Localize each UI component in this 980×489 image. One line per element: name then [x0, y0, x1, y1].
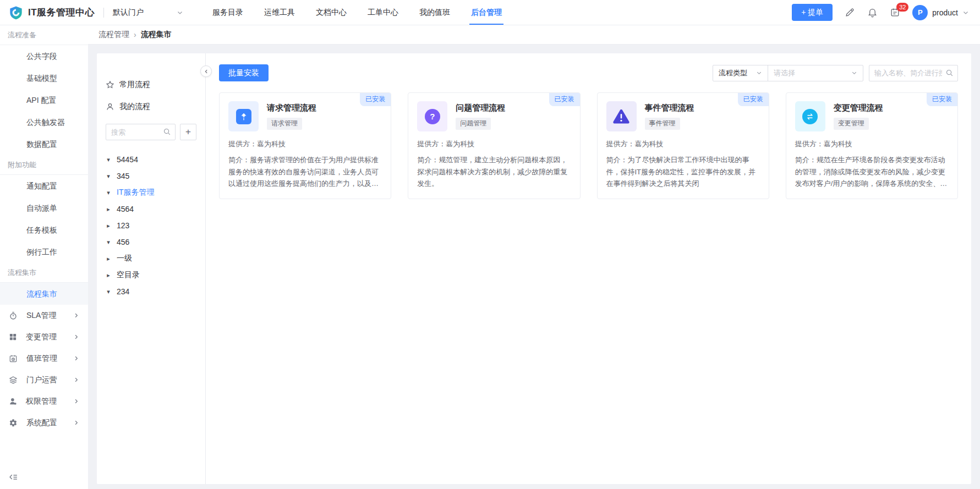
add-directory-button[interactable]: +	[180, 124, 196, 140]
process-market-panel: 常用流程 我的流程 + ▾54454	[97, 53, 971, 484]
sidebar-item-routine-work[interactable]: 例行工作	[0, 241, 88, 263]
edit-pencil-icon[interactable]	[845, 7, 855, 18]
tree-node-345[interactable]: ▾345	[106, 168, 196, 184]
sidebar-collapse-button[interactable]	[0, 466, 88, 489]
process-search-input[interactable]	[869, 65, 958, 81]
chevron-right-icon	[73, 312, 79, 318]
sidebar-item-public-fields[interactable]: 公共字段	[0, 45, 88, 67]
card-icon-container: ?	[417, 101, 447, 131]
sla-gauge-icon	[9, 311, 18, 320]
notification-count-badge: 32	[896, 3, 908, 12]
chevron-down-icon	[851, 70, 857, 76]
common-processes-link[interactable]: 常用流程	[106, 80, 196, 90]
upload-arrow-icon	[236, 109, 251, 124]
grid-icon	[9, 333, 17, 341]
installed-badge: 已安装	[927, 93, 957, 106]
bell-icon[interactable]	[867, 7, 878, 18]
tree-node-empty-dir[interactable]: ▸空目录	[106, 267, 196, 283]
my-processes-link[interactable]: 我的流程	[106, 102, 196, 112]
user-menu[interactable]: P product	[912, 5, 969, 20]
tree-pane: 常用流程 我的流程 + ▾54454	[97, 53, 206, 484]
process-type-filter[interactable]: 流程类型 请选择	[713, 65, 863, 81]
module-label: 值班管理	[26, 354, 64, 364]
card-problem-management[interactable]: 已安装 ? 问题管理流程 问题管理 提供方：嘉为科技	[408, 92, 580, 199]
collapse-sidebar-icon	[9, 473, 18, 481]
nav-item-doc-center[interactable]: 文档中心	[305, 0, 357, 25]
calendar-clock-icon	[9, 354, 18, 363]
sidebar-module-change[interactable]: 变更管理	[0, 326, 88, 348]
tree-node-it-service-management[interactable]: ▾IT服务管理	[106, 184, 196, 201]
batch-install-button[interactable]: 批量安装	[219, 64, 269, 81]
sidebar-item-data-config[interactable]: 数据配置	[0, 133, 88, 155]
directory-tree: ▾54454 ▾345 ▾IT服务管理 ▸4564 ▸123 ▾456 ▸一级 …	[106, 151, 196, 300]
sidebar-item-api-config[interactable]: API 配置	[0, 89, 88, 111]
nav-item-admin[interactable]: 后台管理	[461, 0, 512, 25]
module-label: 权限管理	[26, 397, 64, 406]
portal-select[interactable]: 默认门户	[113, 8, 183, 18]
caret-down-icon[interactable]: ▾	[106, 239, 111, 246]
card-request-management[interactable]: 已安装 请求管理流程 请求管理	[219, 92, 391, 199]
card-incident-management[interactable]: 已安装 事件管理流程 事件管理	[597, 92, 769, 199]
sidebar-item-base-model[interactable]: 基础模型	[0, 67, 88, 89]
card-tag: 变更管理	[834, 118, 869, 130]
process-search	[869, 65, 958, 81]
swap-arrows-icon	[802, 109, 818, 124]
caret-right-icon[interactable]: ▸	[106, 206, 111, 213]
caret-right-icon[interactable]: ▸	[106, 255, 111, 262]
top-navbar: IT服务管理中心 默认门户 服务目录 运维工具 文档中心 工单中心 我的值班 后…	[0, 0, 980, 25]
sidebar-item-task-template[interactable]: 任务模板	[0, 219, 88, 241]
process-card-grid: 已安装 请求管理流程 请求管理	[219, 92, 958, 199]
breadcrumb-separator-icon: ›	[134, 30, 136, 39]
sidebar-section-addons: 附加功能	[0, 155, 88, 175]
nav-item-service-catalog[interactable]: 服务目录	[202, 0, 254, 25]
sidebar-item-process-market[interactable]: 流程集市	[0, 283, 88, 305]
sidebar-module-system-config[interactable]: 系统配置	[0, 412, 88, 433]
card-icon-container	[795, 101, 825, 131]
sidebar-module-permission[interactable]: 权限管理	[0, 391, 88, 412]
sidebar-item-public-trigger[interactable]: 公共触发器	[0, 111, 88, 133]
nav-item-ticket-center[interactable]: 工单中心	[357, 0, 409, 25]
filter-placeholder: 请选择	[774, 68, 795, 78]
portal-select-value: 默认门户	[113, 8, 144, 18]
tree-node-456[interactable]: ▾456	[106, 234, 196, 250]
tree-node-234[interactable]: ▾234	[106, 283, 196, 300]
collapse-tree-pane-button[interactable]	[200, 65, 212, 77]
breadcrumb-process-management[interactable]: 流程管理	[98, 30, 129, 40]
todo-calendar-icon[interactable]: 32	[890, 7, 900, 18]
sidebar-module-sla[interactable]: SLA管理	[0, 305, 88, 326]
breadcrumb: 流程管理 › 流程集市	[88, 25, 980, 45]
caret-down-icon[interactable]: ▾	[106, 189, 111, 196]
sidebar-item-auto-dispatch[interactable]: 自动派单	[0, 197, 88, 219]
card-provider: 提供方：嘉为科技	[795, 139, 949, 149]
tree-node-54454[interactable]: ▾54454	[106, 151, 196, 168]
tree-node-level-1[interactable]: ▸一级	[106, 250, 196, 267]
caret-down-icon[interactable]: ▾	[106, 173, 111, 180]
toolbar: 批量安装 流程类型 请选择	[219, 64, 958, 81]
tree-node-123[interactable]: ▸123	[106, 217, 196, 234]
caret-right-icon[interactable]: ▸	[106, 272, 111, 279]
tree-node-4564[interactable]: ▸4564	[106, 201, 196, 217]
nav-item-ops-tools[interactable]: 运维工具	[254, 0, 305, 25]
sidebar-module-portal-ops[interactable]: 门户运营	[0, 369, 88, 391]
chevron-right-icon	[73, 334, 79, 340]
card-provider: 提供方：嘉为科技	[417, 139, 571, 149]
chevron-right-icon	[73, 377, 79, 383]
caret-down-icon[interactable]: ▾	[106, 288, 111, 295]
caret-down-icon[interactable]: ▾	[106, 156, 111, 163]
module-label: SLA管理	[26, 311, 64, 321]
card-tag: 请求管理	[267, 118, 302, 130]
sidebar-module-duty[interactable]: 值班管理	[0, 348, 88, 369]
warning-triangle-icon	[612, 108, 630, 124]
installed-badge: 已安装	[738, 93, 769, 106]
app-logo-icon	[9, 6, 23, 20]
card-change-management[interactable]: 已安装 变更管理流程 变更管理	[786, 92, 958, 199]
nav-item-my-duty[interactable]: 我的值班	[409, 0, 461, 25]
avatar: P	[912, 5, 928, 20]
caret-right-icon[interactable]: ▸	[106, 222, 111, 229]
installed-badge: 已安装	[360, 93, 391, 106]
submit-ticket-button[interactable]: + 提单	[792, 4, 833, 21]
chevron-down-icon	[177, 9, 183, 16]
sidebar-item-notify-config[interactable]: 通知配置	[0, 175, 88, 197]
chevron-down-icon	[962, 9, 969, 16]
sidebar-section-process-market: 流程集市	[0, 263, 88, 283]
